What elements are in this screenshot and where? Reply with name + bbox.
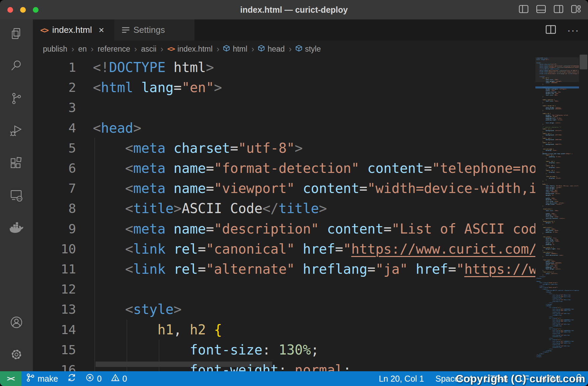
close-tab-icon[interactable]: × — [99, 25, 104, 36]
code-editor[interactable]: 1<!DOCTYPE html>2<html lang="en">34<head… — [33, 57, 535, 371]
breadcrumb-item-publish[interactable]: publish — [43, 45, 67, 54]
status-item-branch[interactable]: make — [26, 373, 58, 384]
remote-explorer-icon: >< — [10, 189, 23, 203]
activity-item-explorer[interactable] — [0, 22, 33, 47]
breadcrumb-item-html[interactable]: html — [223, 45, 247, 54]
status-item-ln-20-col-1[interactable]: Ln 20, Col 1 — [379, 374, 424, 384]
titlebar-layout-icons — [519, 5, 581, 13]
activity-item-run-debug[interactable] — [0, 119, 33, 143]
code-line-15: font-size: 130%; — [93, 340, 319, 360]
code-line-2: <html lang="en"> — [93, 77, 222, 98]
code-line-4: <head> — [93, 118, 141, 138]
line-number: 14 — [33, 320, 76, 340]
status-item-error[interactable]: 0 — [85, 373, 102, 384]
breadcrumb-separator: › — [217, 44, 219, 54]
vertical-scrollbar[interactable] — [580, 55, 587, 69]
line-number: 2 — [33, 77, 76, 98]
breadcrumb-item-head[interactable]: head — [258, 45, 285, 54]
breadcrumb: publish›en›reference›ascii›<>index.html›… — [33, 41, 588, 57]
minimap-current-line — [535, 86, 579, 88]
code-line-13: <style> — [93, 299, 182, 319]
breadcrumb-item-ascii[interactable]: ascii — [141, 45, 157, 54]
code-line-11: <link rel="alternate" hreflang="ja" href… — [93, 259, 535, 279]
activity-item-docker[interactable] — [0, 216, 33, 241]
title-bar: index.html — curict-deploy — [0, 0, 588, 20]
breadcrumb-separator: › — [289, 44, 291, 54]
code-line-1: <!DOCTYPE html> — [93, 57, 214, 77]
split-editor-icon[interactable] — [546, 25, 556, 36]
html-code-icon: <> — [40, 26, 48, 35]
breadcrumb-separator: › — [134, 44, 137, 54]
copyright-watermark: Copyright (C) curict.com — [456, 373, 585, 385]
more-actions-icon[interactable]: ··· — [567, 24, 579, 36]
remote-indicator[interactable]: >< — [0, 371, 21, 386]
activity-item-settings-gear[interactable] — [0, 343, 33, 367]
customize-layout-icon[interactable] — [571, 5, 581, 13]
line-number: 12 — [33, 279, 76, 299]
settings-list-icon — [122, 26, 129, 34]
tab-label: index.html — [52, 25, 92, 35]
breadcrumb-item-reference[interactable]: reference — [98, 45, 130, 54]
activity-item-extensions[interactable] — [0, 152, 33, 176]
breadcrumb-separator: › — [71, 44, 74, 54]
minimap[interactable]: <!DOCTYPE html><html lang="en"><head> <m… — [535, 57, 579, 371]
line-number: 9 — [33, 219, 76, 239]
code-line-7: <meta name="viewport" content="width=dev… — [93, 178, 535, 198]
toggle-secondary-sidebar-icon[interactable] — [554, 5, 563, 13]
breadcrumb-item-index-html[interactable]: <>index.html — [167, 45, 213, 54]
code-line-9: <meta name="description" content="List o… — [93, 219, 535, 239]
activity-item-remote-explorer[interactable]: >< — [0, 184, 33, 208]
line-number: 1 — [33, 57, 76, 77]
symbol-cube-icon — [258, 45, 264, 54]
vscode-window: index.html — curict-deploy >< <> index.h… — [0, 0, 588, 386]
settings-gear-icon — [10, 348, 23, 363]
docker-icon — [9, 221, 24, 236]
activity-item-account[interactable] — [0, 311, 33, 335]
status-item-warning[interactable]: 0 — [111, 373, 127, 384]
code-line-14: h1, h2 { — [93, 320, 222, 340]
source-control-icon — [10, 92, 23, 107]
breadcrumb-item-en[interactable]: en — [78, 45, 87, 54]
account-icon — [10, 316, 23, 330]
code-line-10: <link rel="canonical" href="https://www.… — [93, 239, 535, 259]
toggle-panel-icon[interactable] — [536, 5, 546, 13]
line-number: 13 — [33, 299, 76, 319]
activity-item-search[interactable] — [0, 54, 33, 78]
line-number: 3 — [33, 98, 76, 118]
tab-settings[interactable]: Settings — [115, 19, 194, 41]
line-number: 8 — [33, 198, 76, 218]
run-debug-icon — [10, 124, 23, 139]
branch-icon — [26, 373, 35, 384]
breadcrumb-separator: › — [161, 44, 163, 54]
minimap-line: <link rel="alternate" hreflang="ja" href… — [536, 73, 579, 74]
activity-item-source-control[interactable] — [0, 87, 33, 111]
status-bar: >< make00 Ln 20, Col 1Spaces: 4UTF-8LFHT… — [0, 371, 588, 386]
line-number: 7 — [33, 178, 76, 198]
line-number: 11 — [33, 259, 76, 279]
minimap-line: </html> — [536, 356, 579, 358]
explorer-icon — [10, 27, 23, 42]
tab-index-html[interactable]: <> index.html × — [33, 19, 115, 41]
editor-tab-bar: <> index.html × Settings ··· — [33, 19, 588, 41]
code-icon: <> — [167, 45, 174, 53]
window-title: index.html — curict-deploy — [0, 0, 588, 19]
search-icon — [10, 59, 23, 74]
warning-icon — [111, 373, 120, 384]
status-item-sync[interactable] — [67, 373, 76, 384]
error-icon — [85, 373, 94, 384]
breadcrumb-separator: › — [91, 44, 94, 54]
code-line-6: <meta name="format-detection" content="t… — [93, 158, 535, 178]
code-line-5: <meta charset="utf-8"> — [93, 138, 303, 158]
symbol-cube-icon — [296, 45, 302, 54]
toggle-primary-sidebar-icon[interactable] — [519, 5, 528, 13]
symbol-cube-icon — [223, 45, 230, 54]
svg-text:><: >< — [18, 197, 22, 200]
line-number: 10 — [33, 239, 76, 259]
code-line-8: <title>ASCII Code</title> — [93, 198, 327, 218]
line-number: 15 — [33, 340, 76, 360]
sync-icon — [67, 373, 76, 384]
breadcrumb-item-style[interactable]: style — [296, 45, 321, 54]
activity-bar: >< — [0, 19, 33, 371]
line-number: 4 — [33, 118, 76, 138]
tab-label: Settings — [133, 25, 165, 35]
